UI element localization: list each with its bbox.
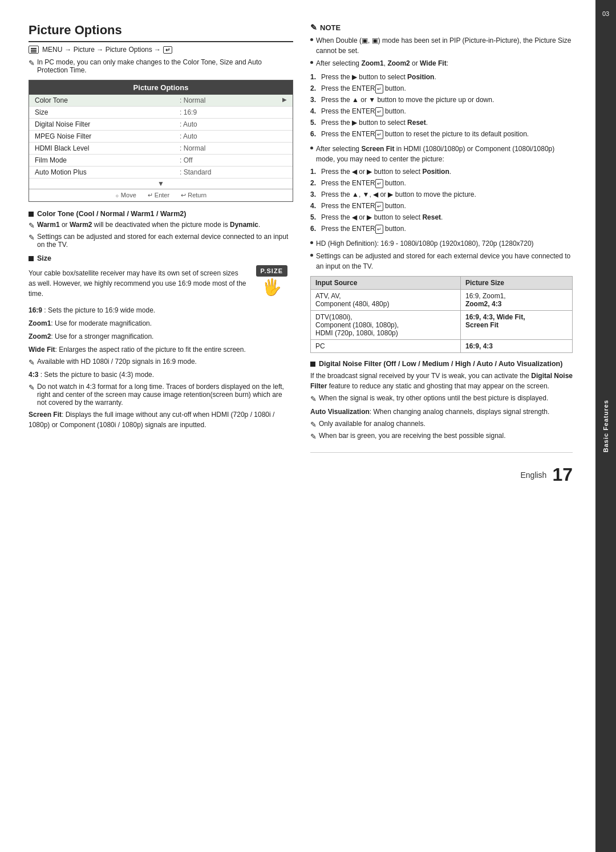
bullet-icon (310, 147, 313, 149)
bullet-icon (310, 38, 313, 41)
note-bullet-1: When Double (▣, ▣) mode has been set in … (310, 35, 573, 56)
table-footer: ⬦ Move ↵ Enter ↩ Return (29, 189, 293, 201)
row-label: Digital Noise Filter (29, 119, 174, 131)
table-row: Auto Motion Plus : Standard (29, 167, 293, 178)
footer-language: English (520, 470, 546, 480)
psize-button[interactable]: P.SIZE (256, 265, 287, 277)
table-row: Size : 16:9 (29, 107, 293, 119)
size-169: 16:9 : Sets the picture to 16:9 wide mod… (29, 305, 293, 315)
row-value: : Normal ▶ (174, 95, 293, 107)
section-bullet (29, 212, 34, 217)
psize-container: P.SIZE 🖐 (256, 265, 287, 297)
list-item: 5.Press the ◀ or ▶ button to select Rese… (310, 212, 573, 222)
row-label: Color Tone (29, 95, 174, 107)
menu-label: MENU (42, 46, 62, 54)
list-item: 3.Press the ▲ or ▼ button to move the pi… (310, 95, 573, 105)
digital-noise-title: Digital Noise Filter (Off / Low / Medium… (319, 360, 562, 368)
table-row: MPEG Noise Filter : Auto (29, 131, 293, 143)
4by3-warning-text: Do not watch in 4:3 format for a long ti… (37, 383, 293, 407)
menu-path-text: → Picture → Picture Options → (64, 46, 161, 54)
row-value: : Normal (174, 143, 293, 155)
size-widefit: Wide Fit: Enlarges the aspect ratio of t… (29, 344, 293, 355)
row-label: HDMI Black Level (29, 143, 174, 155)
section-bullet (29, 256, 34, 261)
size-description-block: P.SIZE 🖐 Your cable box/satellite receiv… (29, 265, 293, 302)
row-value: : Auto (174, 131, 293, 143)
psize-hand-icon: 🖐 (256, 278, 287, 297)
size-screenfit: Screen Fit: Displays the full image with… (29, 409, 293, 430)
note-heading-text: NOTE (320, 23, 341, 32)
chapter-number: 03 (602, 10, 609, 17)
source-cell: DTV(1080i),Component (1080i, 1080p),HDMI… (311, 311, 461, 340)
enter-icon: ↵ (163, 46, 172, 54)
list-item: 1.Press the ▶ button to select Position. (310, 72, 573, 82)
pencil-icon: ✎ (310, 420, 317, 429)
color-tone-note2-text: Settings can be adjusted and stored for … (37, 233, 293, 249)
screen-fit-steps: 1.Press the ◀ or ▶ button to select Posi… (310, 167, 573, 234)
page-title: Picture Options (29, 23, 293, 42)
list-item: 2.Press the ENTER↵ button. (310, 83, 573, 94)
color-tone-title: Color Tone (Cool / Normal / Warm1 / Warm… (37, 210, 186, 218)
row-value: : Auto (174, 119, 293, 131)
input-size-table: Input Source Picture Size ATV, AV,Compon… (310, 276, 573, 353)
list-item: 4.Press the ENTER↵ button. (310, 201, 573, 211)
list-item: 2.Press the ENTER↵ button. (310, 178, 573, 188)
analog-only-note: ✎ Only available for analog channels. (310, 420, 573, 429)
note-bullet-2-text: After selecting Zoom1, Zoom2 or Wide Fit… (316, 58, 448, 68)
list-item: 1.Press the ◀ or ▶ button to select Posi… (310, 167, 573, 177)
note-symbol: ✎ (310, 23, 317, 32)
list-item: 4.Press the ENTER↵ button. (310, 106, 573, 116)
source-cell: ATV, AV,Component (480i, 480p) (311, 290, 461, 311)
row-label: Size (29, 107, 174, 119)
note-heading: ✎ NOTE (310, 23, 573, 32)
size-desc: Your cable box/satellite receiver may ha… (29, 268, 293, 299)
pencil-icon: ✎ (29, 358, 35, 367)
row-label: Auto Motion Plus (29, 167, 174, 178)
menu-icon (29, 46, 39, 54)
settings-note: Settings can be adjusted and stored for … (310, 251, 573, 271)
row-label: MPEG Noise Filter (29, 131, 174, 143)
left-column: Picture Options MENU → Picture → Picture… (29, 23, 293, 823)
pc-mode-note: ✎ In PC mode, you can only make changes … (29, 58, 293, 74)
table-row: PC 16:9, 4:3 (311, 340, 573, 353)
digital-noise-note1-text: When the signal is weak, try other optio… (319, 394, 548, 402)
table-row: Digital Noise Filter : Auto (29, 119, 293, 131)
size-title: Size (37, 254, 51, 262)
row-value: : Standard (174, 167, 293, 178)
screen-fit-note-text: After selecting Screen Fit in HDMI (1080… (316, 144, 573, 164)
color-tone-note2: ✎ Settings can be adjusted and stored fo… (29, 233, 293, 249)
chapter-tab: 03 Basic Features (595, 0, 616, 852)
size-zoom1: Zoom1: Use for moderate magnification. (29, 318, 293, 328)
footer-return: ↩ Return (181, 192, 206, 199)
table-row: ▼ (29, 178, 293, 189)
footer-move: ⬦ Move (115, 192, 136, 199)
digital-noise-note1: ✎ When the signal is weak, try other opt… (310, 394, 573, 403)
color-tone-note1: ✎ Warm1 or Warm2 will be deactivated whe… (29, 221, 293, 230)
table-row: HDMI Black Level : Normal (29, 143, 293, 155)
green-bar-note-text: When bar is green, you are receiving the… (319, 432, 506, 440)
list-item: 6.Press the ENTER↵ button. (310, 224, 573, 234)
bullet-icon (310, 61, 313, 64)
pencil-icon: ✎ (29, 383, 35, 392)
note-bullets: When Double (▣, ▣) mode has been set in … (310, 35, 573, 68)
size-cell: 16:9, Zoom1,Zoom2, 4:3 (460, 290, 572, 311)
row-value: : 16:9 (174, 107, 293, 119)
footer-enter: ↵ Enter (148, 192, 169, 199)
color-tone-note1-text: Warm1 or Warm2 will be deactivated when … (37, 221, 260, 229)
table-row: ATV, AV,Component (480i, 480p) 16:9, Zoo… (311, 290, 573, 311)
bullet-icon (310, 254, 313, 257)
section-bullet (310, 362, 315, 367)
digital-noise-header: Digital Noise Filter (Off / Low / Medium… (310, 360, 573, 368)
row-label: Film Mode (29, 155, 174, 167)
4by3-warning: ✎ Do not watch in 4:3 format for a long … (29, 383, 293, 407)
pencil-icon: ✎ (29, 221, 35, 230)
size-cell: 16:9, 4:3 (460, 340, 572, 353)
right-column: ✎ NOTE When Double (▣, ▣) mode has been … (310, 23, 573, 823)
table-header-source: Input Source (311, 277, 461, 290)
size-header: Size (29, 254, 293, 262)
green-bar-note: ✎ When bar is green, you are receiving t… (310, 432, 573, 441)
pencil-icon: ✎ (310, 432, 317, 441)
list-item: 6.Press the ENTER↵ button to reset the p… (310, 129, 573, 139)
size-4by3: 4:3 : Sets the picture to basic (4:3) mo… (29, 370, 293, 380)
page-footer: English 17 (310, 452, 573, 485)
